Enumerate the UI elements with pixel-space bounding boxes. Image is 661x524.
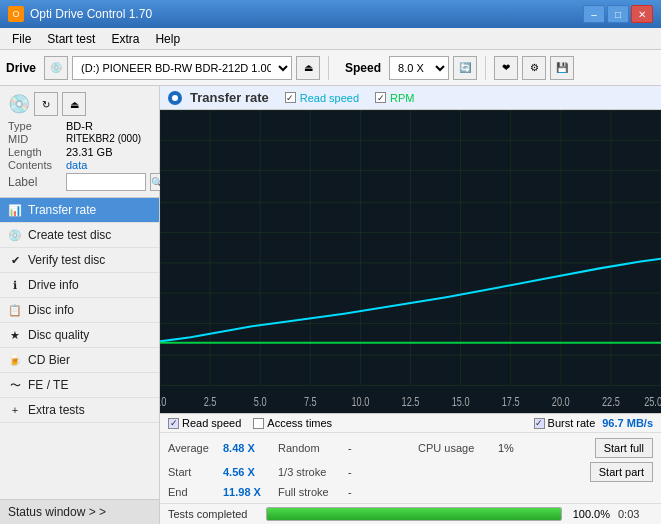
burst-rate-check[interactable]: ✓: [534, 418, 545, 429]
read-speed-checkbox[interactable]: ✓: [285, 92, 296, 103]
window-controls: – □ ✕: [583, 5, 653, 23]
status-window-label: Status window > >: [8, 505, 106, 519]
nav-transfer-rate[interactable]: 📊 Transfer rate: [0, 198, 159, 223]
app-title: Opti Drive Control 1.70: [30, 7, 152, 21]
stats-area: Average 8.48 X Random - CPU usage 1% Sta…: [160, 432, 661, 503]
read-speed-legend: Read speed: [300, 92, 359, 104]
disc-eject-button[interactable]: ⏏: [62, 92, 86, 116]
sidebar: 💿 ↻ ⏏ Type BD-R MID RITEKBR2 (000) Lengt…: [0, 86, 160, 524]
svg-text:15.0: 15.0: [452, 395, 470, 409]
nav-disc-quality[interactable]: ★ Disc quality: [0, 323, 159, 348]
nav-extra-tests[interactable]: + Extra tests: [0, 398, 159, 423]
end-label: End: [168, 486, 223, 498]
verify-disc-icon: ✔: [8, 253, 22, 267]
type-value: BD-R: [66, 120, 93, 132]
minimize-button[interactable]: –: [583, 5, 605, 23]
menu-bar: File Start test Extra Help: [0, 28, 661, 50]
menu-extra[interactable]: Extra: [103, 30, 147, 48]
contents-value: data: [66, 159, 87, 171]
end-value: 11.98 X: [223, 486, 278, 498]
nav-transfer-rate-label: Transfer rate: [28, 203, 96, 217]
refresh-speed-button[interactable]: 🔄: [453, 56, 477, 80]
label-key: Label: [8, 175, 62, 189]
disc-info-icon: 📋: [8, 303, 22, 317]
nav-cd-bier[interactable]: 🍺 CD Bier: [0, 348, 159, 373]
status-text: Tests completed: [168, 508, 258, 520]
disc-refresh-button[interactable]: ↻: [34, 92, 58, 116]
nav-verify-test-disc[interactable]: ✔ Verify test disc: [0, 248, 159, 273]
svg-text:22.5: 22.5: [602, 395, 620, 409]
status-window-button[interactable]: Status window > >: [0, 499, 159, 524]
read-speed-label: Read speed: [182, 417, 241, 429]
menu-start-test[interactable]: Start test: [39, 30, 103, 48]
nav-verify-disc-label: Verify test disc: [28, 253, 105, 267]
drive-select[interactable]: (D:) PIONEER BD-RW BDR-212D 1.00: [72, 56, 292, 80]
contents-key: Contents: [8, 159, 62, 171]
avg-value: 8.48 X: [223, 442, 278, 454]
drive-label: Drive: [6, 61, 36, 75]
favorites-button[interactable]: ❤: [494, 56, 518, 80]
disc-panel: 💿 ↻ ⏏ Type BD-R MID RITEKBR2 (000) Lengt…: [0, 86, 159, 198]
stats-row-1: Average 8.48 X Random - CPU usage 1% Sta…: [168, 436, 653, 460]
speed-label: Speed: [345, 61, 381, 75]
sidebar-spacer: [0, 423, 159, 499]
nav-disc-quality-label: Disc quality: [28, 328, 89, 342]
progress-percent: 100.0%: [570, 508, 610, 520]
cpu-label: CPU usage: [418, 442, 498, 454]
nav-fe-te[interactable]: 〜 FE / TE: [0, 373, 159, 398]
cpu-value: 1%: [498, 442, 558, 454]
label-input[interactable]: [66, 173, 146, 191]
save-button[interactable]: 💾: [550, 56, 574, 80]
title-bar: O Opti Drive Control 1.70 – □ ✕: [0, 0, 661, 28]
disc-icon: 💿: [8, 93, 30, 115]
drive-info-icon: ℹ: [8, 278, 22, 292]
read-speed-check[interactable]: ✓: [168, 418, 179, 429]
time-text: 0:03: [618, 508, 653, 520]
random-value: -: [348, 442, 418, 454]
start-label: Start: [168, 466, 223, 478]
disc-quality-icon: ★: [8, 328, 22, 342]
svg-text:25.0 GB: 25.0 GB: [644, 395, 661, 409]
svg-text:5.0: 5.0: [254, 395, 267, 409]
chart-legend-bar: ✓ Read speed Access times ✓ Burst rate 9…: [160, 413, 661, 432]
transfer-rate-icon: 📊: [8, 203, 22, 217]
speed-select[interactable]: 8.0 X Max 6.0 X 4.0 X: [389, 56, 449, 80]
menu-file[interactable]: File: [4, 30, 39, 48]
app-icon: O: [8, 6, 24, 22]
stats-row-3: End 11.98 X Full stroke -: [168, 484, 653, 500]
nav-disc-info-label: Disc info: [28, 303, 74, 317]
chart-title: Transfer rate: [190, 90, 269, 105]
type-key: Type: [8, 120, 62, 132]
chart-header: Transfer rate ✓ Read speed ✓ RPM: [160, 86, 661, 110]
start-part-button[interactable]: Start part: [590, 462, 653, 482]
settings-button[interactable]: ⚙: [522, 56, 546, 80]
mid-value: RITEKBR2 (000): [66, 133, 141, 145]
nav-drive-info[interactable]: ℹ Drive info: [0, 273, 159, 298]
content-area: Transfer rate ✓ Read speed ✓ RPM: [160, 86, 661, 524]
cd-bier-icon: 🍺: [8, 353, 22, 367]
svg-text:12.5: 12.5: [402, 395, 420, 409]
menu-help[interactable]: Help: [147, 30, 188, 48]
drive-icon-btn[interactable]: 💿: [44, 56, 68, 80]
random-label: Random: [278, 442, 348, 454]
burst-rate-label: Burst rate: [548, 417, 596, 429]
svg-text:0.0: 0.0: [160, 395, 166, 409]
progress-area: Tests completed 100.0% 0:03: [160, 503, 661, 524]
rpm-checkbox[interactable]: ✓: [375, 92, 386, 103]
toolbar-separator: [328, 56, 329, 80]
progress-bar-fill: [267, 508, 561, 520]
nav-create-disc-label: Create test disc: [28, 228, 111, 242]
maximize-button[interactable]: □: [607, 5, 629, 23]
nav-create-test-disc[interactable]: 💿 Create test disc: [0, 223, 159, 248]
stats-row-2: Start 4.56 X 1/3 stroke - Start part: [168, 460, 653, 484]
length-key: Length: [8, 146, 62, 158]
close-button[interactable]: ✕: [631, 5, 653, 23]
start-full-button[interactable]: Start full: [595, 438, 653, 458]
svg-text:17.5: 17.5: [502, 395, 520, 409]
toolbar: Drive 💿 (D:) PIONEER BD-RW BDR-212D 1.00…: [0, 50, 661, 86]
nav-disc-info[interactable]: 📋 Disc info: [0, 298, 159, 323]
eject-button[interactable]: ⏏: [296, 56, 320, 80]
chart-icon: [168, 91, 182, 105]
access-times-check[interactable]: [253, 418, 264, 429]
nav-extra-tests-label: Extra tests: [28, 403, 85, 417]
